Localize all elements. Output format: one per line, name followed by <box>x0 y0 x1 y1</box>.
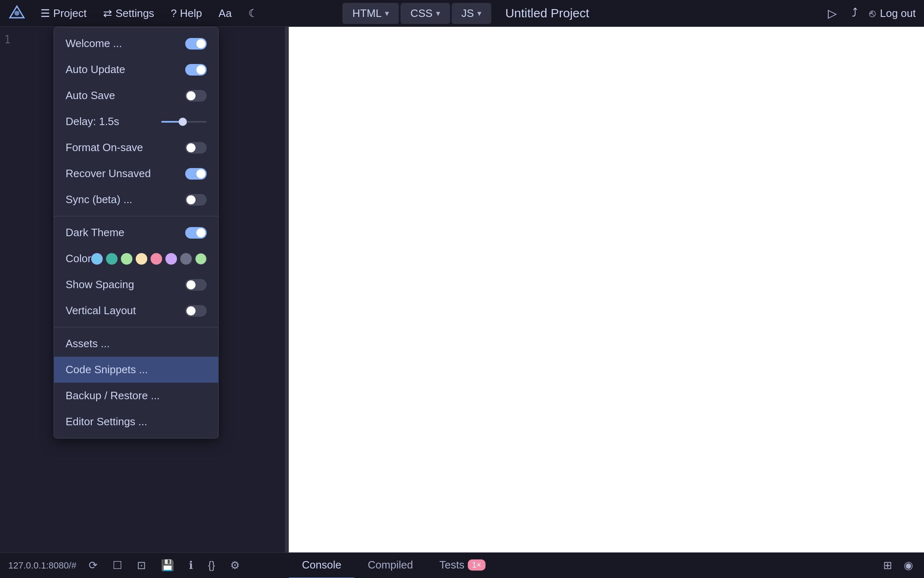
toggle-show-spacing[interactable] <box>185 279 207 291</box>
toggle-format[interactable] <box>185 142 207 154</box>
color-swatch-3[interactable] <box>136 253 147 265</box>
toggle-welcome[interactable] <box>185 38 207 50</box>
tab-js-chevron: ▾ <box>477 8 481 18</box>
menu-vertical-layout-label: Vertical Layout <box>66 304 136 317</box>
tab-css-label: CSS <box>410 7 432 20</box>
maximize-button[interactable]: ⊞ <box>881 557 895 574</box>
menu-auto-save-label: Auto Save <box>66 89 115 102</box>
menu-item-auto-update[interactable]: Auto Update <box>54 57 218 83</box>
info-button[interactable]: ℹ <box>186 557 196 574</box>
color-swatch-4[interactable] <box>151 253 162 265</box>
copy-button[interactable]: ☐ <box>110 557 125 574</box>
menu-item-editor-settings[interactable]: Editor Settings ... <box>54 409 218 435</box>
delay-slider-thumb[interactable] <box>179 118 187 126</box>
toggle-auto-update[interactable] <box>185 64 207 76</box>
url-display: 127.0.0.1:8080/# <box>8 560 76 571</box>
nav-project[interactable]: ☰ Project <box>33 4 94 23</box>
nav-settings[interactable]: ⇄ Settings <box>96 4 162 23</box>
share-button[interactable]: ⤴ <box>849 3 861 23</box>
menu-auto-update-label: Auto Update <box>66 63 125 76</box>
nav-theme[interactable]: ☾ <box>241 4 265 23</box>
resize-handle[interactable] <box>285 27 288 552</box>
tests-badge: 1× <box>468 559 486 571</box>
nav-help[interactable]: ? Help <box>163 4 210 23</box>
color-swatch-6[interactable] <box>180 253 192 265</box>
tab-html[interactable]: HTML ▾ <box>342 3 399 24</box>
refresh-button[interactable]: ⟳ <box>86 557 100 574</box>
menu-item-color[interactable]: Color <box>54 246 218 272</box>
tab-js-label: JS <box>462 7 474 20</box>
menu-welcome-label: Welcome ... <box>66 37 122 50</box>
menu-item-welcome[interactable]: Welcome ... <box>54 31 218 57</box>
tab-css[interactable]: CSS ▾ <box>401 3 450 24</box>
toggle-auto-save-knob <box>186 91 196 100</box>
toggle-recover[interactable] <box>185 168 207 180</box>
project-title: Untitled Project <box>505 6 589 20</box>
logo-icon[interactable] <box>8 5 26 22</box>
topbar: ☰ Project ⇄ Settings ? Help Aa ☾ HTML ▾ … <box>0 0 924 27</box>
menu-dark-theme-label: Dark Theme <box>66 226 125 239</box>
settings-gear-button[interactable]: ⚙ <box>228 557 242 574</box>
tab-css-chevron: ▾ <box>436 8 440 18</box>
nav-help-label: Help <box>180 7 202 20</box>
color-swatch-0[interactable] <box>91 253 103 265</box>
export-button[interactable]: ⊡ <box>134 557 148 574</box>
delay-slider-track[interactable] <box>161 121 207 123</box>
color-swatches <box>91 253 207 265</box>
topbar-right: ▷ ⤴ ⎋ Log out <box>825 3 916 24</box>
menu-item-show-spacing[interactable]: Show Spacing <box>54 272 218 298</box>
bottom-left: 127.0.0.1:8080/# ⟳ ☐ ⊡ 💾 ℹ {} ⚙ <box>0 557 289 574</box>
bottom-tab-tests-label: Tests <box>439 559 464 571</box>
bottom-tab-compiled[interactable]: Compiled <box>354 553 426 578</box>
color-swatch-2[interactable] <box>121 253 132 265</box>
menu-format-label: Format On-save <box>66 141 143 154</box>
bottom-icons-right: ⊞ ◉ <box>881 557 924 574</box>
color-swatch-1[interactable] <box>106 253 118 265</box>
tab-js[interactable]: JS ▾ <box>452 3 491 24</box>
menu-item-recover-unsaved[interactable]: Recover Unsaved <box>54 161 218 187</box>
color-swatch-7[interactable] <box>195 253 207 265</box>
menu-section-appearance: Dark Theme Color <box>54 216 218 327</box>
nav-settings-label: Settings <box>116 7 154 20</box>
broadcast-button[interactable]: ◉ <box>901 557 916 574</box>
toggle-welcome-knob <box>196 39 205 48</box>
run-button[interactable]: ▷ <box>825 3 840 24</box>
logout-button[interactable]: ⎋ Log out <box>869 7 916 20</box>
menu-item-format-on-save[interactable]: Format On-save <box>54 135 218 161</box>
nav-project-label: Project <box>53 7 87 20</box>
logout-icon: ⎋ <box>869 7 876 20</box>
save-button[interactable]: 💾 <box>158 557 177 574</box>
menu-show-spacing-label: Show Spacing <box>66 278 134 291</box>
toggle-format-knob <box>186 143 196 152</box>
toggle-vertical-layout[interactable] <box>185 305 207 317</box>
editor-panel: 1 Welcome ... Auto Update <box>0 27 289 552</box>
color-swatch-5[interactable] <box>165 253 177 265</box>
menu-item-code-snippets[interactable]: Code Snippets ... <box>54 357 218 383</box>
toggle-dark-theme[interactable] <box>185 227 207 239</box>
editor-tabs: HTML ▾ CSS ▾ JS ▾ <box>342 3 491 24</box>
menu-delay-label: Delay: 1.5s <box>66 115 119 128</box>
toggle-auto-save[interactable] <box>185 90 207 102</box>
menu-item-backup-restore[interactable]: Backup / Restore ... <box>54 383 218 409</box>
toggle-sync[interactable] <box>185 194 207 206</box>
menu-item-delay[interactable]: Delay: 1.5s <box>54 109 218 135</box>
menu-item-assets[interactable]: Assets ... <box>54 331 218 357</box>
bottom-tabs: Console Compiled Tests 1× <box>289 553 499 578</box>
toggle-sync-knob <box>186 195 196 204</box>
moon-icon: ☾ <box>248 7 258 20</box>
main-area: 1 Welcome ... Auto Update <box>0 27 924 552</box>
format-button[interactable]: {} <box>205 557 217 574</box>
nav-translate[interactable]: Aa <box>211 4 239 23</box>
tab-html-label: HTML <box>352 7 382 20</box>
bottom-right: Console Compiled Tests 1× ⊞ ◉ <box>289 553 924 578</box>
preview-panel <box>289 27 924 552</box>
settings-nav-icon: ⇄ <box>103 7 112 20</box>
bottom-tab-tests[interactable]: Tests 1× <box>426 553 499 578</box>
menu-section-tools: Assets ... Code Snippets ... Backup / Re… <box>54 327 218 438</box>
menu-item-sync[interactable]: Sync (beta) ... <box>54 187 218 213</box>
bottom-tab-console[interactable]: Console <box>289 553 354 578</box>
menu-item-dark-theme[interactable]: Dark Theme <box>54 220 218 246</box>
menu-item-vertical-layout[interactable]: Vertical Layout <box>54 298 218 324</box>
menu-item-auto-save[interactable]: Auto Save <box>54 83 218 109</box>
topbar-nav: ☰ Project ⇄ Settings ? Help Aa ☾ <box>33 4 338 23</box>
